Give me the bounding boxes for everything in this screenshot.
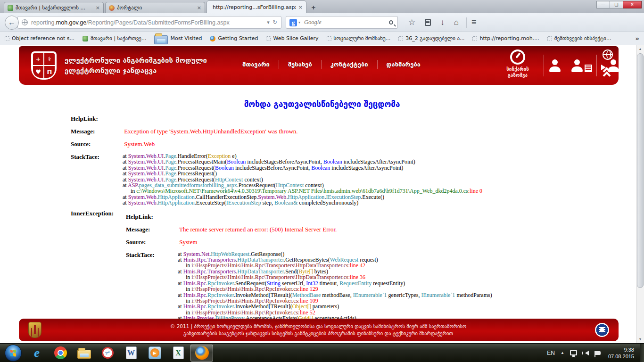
close-button[interactable]: × [623,1,642,8]
tab-title: პორტალი [117,5,195,11]
action-center-flag-icon[interactable] [595,351,601,355]
message-label: Message: [126,226,178,233]
source-row: Source: System [126,239,644,246]
screen: მთავარი | საქართველოს ... × პორტალი × ht… [0,0,644,362]
firefox-icon [195,346,209,360]
site-footer: © 2011 | პროექტი ხორციელდება შრომის, ჯან… [19,319,619,341]
cross-icon: + [33,53,43,65]
minimize-button[interactable]: — [596,1,610,8]
site-logo[interactable]: + ⚕ ♥ Π ელექტრონული ანგარიშგების მოდული … [31,51,207,80]
bookmark-item-most-visited[interactable]: Most Visited [154,33,202,44]
windows-orb-icon [5,345,22,362]
source-label: Source: [126,239,178,246]
exception-details: HelpLink: Message: Exception of type 'Sy… [71,115,644,337]
tab-close-icon[interactable]: × [298,4,303,10]
taskbar-explorer[interactable] [73,345,95,362]
nav-item-contacts[interactable]: კონტაქტები [321,60,377,69]
url-dropdown-icon[interactable]: ▾ [267,19,270,25]
bookmark-item-getting-started[interactable]: Getting Started [210,35,258,41]
helplink-label: HelpLink: [126,213,178,221]
downloads-icon[interactable]: ↓ [440,18,445,26]
message-label: Message: [71,128,123,135]
speed-label-line1: სიჩქარის [498,66,537,72]
speed-test-widget[interactable]: სიჩქარის გაზომვა [498,49,537,78]
tab-reporting-active[interactable]: http://reporting...sForBilling.aspx × [206,0,306,13]
message-value: Exception of type 'System.Web.HttpUnhand… [124,128,297,135]
taskbar-media-player[interactable]: ▶ [143,345,166,362]
moh-shield-logo-icon: + ⚕ ♥ Π [31,51,57,80]
scroll-up-arrow[interactable]: ▲ [636,45,644,53]
tab-mtavari[interactable]: მთავარი | საქართველოს ... × [4,2,104,13]
bookmark-placeholder-icon [327,36,331,41]
reload-icon[interactable]: ↻ [273,19,277,25]
url-bar[interactable]: reporting.moh.gov.ge/Reporting/Pages/Dat… [17,16,281,29]
taskbar-excel[interactable]: X [167,345,190,362]
bookmark-item[interactable]: მთავარი | საქართვე... [83,35,146,41]
user-profile-icon[interactable] [548,59,561,72]
search-icon[interactable] [389,20,393,25]
back-button[interactable]: ← [5,16,19,30]
menu-hamburger-icon[interactable]: ≡ [471,17,477,27]
speaker-icon[interactable] [583,351,589,355]
url-domain: moh.gov.ge [56,19,86,26]
taskbar-firefox-active[interactable] [190,345,213,362]
taskbar-snipping-tool[interactable]: ✂ [96,345,119,362]
user-list-icon[interactable] [570,59,592,72]
excel-icon: X [173,346,184,359]
media-player-icon: ▶ [149,346,161,359]
inner-exception-details: HelpLink: Message: The remote server ret… [126,210,644,337]
system-tray: EN ▲ 9:38 07.08.2015 [547,344,644,362]
toolbar-separator [466,17,467,28]
bookmarks-menu-icon[interactable] [425,19,431,26]
network-icon[interactable] [570,350,577,355]
toolbar-buttons: ☆ ↓ ⌂ ≡ [404,17,479,28]
home-icon[interactable]: ⌂ [454,18,459,26]
url-text[interactable]: reporting.moh.gov.ge/Reporting/Pages/Dat… [31,19,264,26]
bookmark-item[interactable]: 36_2 გადაუდებელი ა... [398,35,464,41]
main-nav: მთავარი შესახებ კონტაქტები დახმარება [233,60,429,69]
navigation-toolbar: ← reporting.moh.gov.ge/Reporting/Pages/D… [0,13,644,32]
scrollbar-thumb[interactable] [637,53,644,288]
bookmark-star-icon[interactable]: ☆ [408,18,415,26]
new-tab-button[interactable]: + [308,3,319,12]
show-desktop-button[interactable] [640,344,644,362]
bookmark-item[interactable]: შემთხვევის ინსპექტი... [547,35,611,41]
taskbar-word[interactable]: W [120,345,142,362]
message-row: Message: Exception of type 'System.Web.H… [71,128,644,135]
taskbar-clock[interactable]: 9:38 07.08.2015 [608,346,634,360]
bookmarks-overflow-chevron[interactable]: » [636,35,639,42]
language-globe-icon[interactable] [603,49,613,60]
page-scrollbar[interactable]: ▲ ▼ [636,45,644,343]
start-button[interactable] [2,345,25,362]
scroll-down-arrow[interactable]: ▼ [636,336,644,343]
site-identity-globe-icon[interactable] [22,19,28,25]
engine-dropdown-icon[interactable]: ▾ [298,20,300,25]
brand-title: ელექტრონული ანგარიშგების მოდული ელექტრონ… [65,55,207,76]
language-indicator[interactable]: EN [547,350,555,356]
google-engine-icon[interactable]: g [289,19,297,26]
bookmark-item[interactable]: http://reporting.moh.... [472,35,539,41]
internet-explorer-icon: e [34,346,40,360]
collapse-chevrons-icon[interactable] [603,68,612,79]
bookmark-item[interactable]: Object reference not s... [5,35,74,41]
tab-portali[interactable]: პორტალი × [105,2,205,13]
taskbar-internet-explorer[interactable]: e [25,345,48,362]
footer-line2: განვითარების სააგენტოს ჯანდაცვის სისტემი… [41,330,595,337]
tray-expand-arrow-icon[interactable]: ▲ [561,351,564,355]
inner-exception-section: InnerException: HelpLink: Message: The r… [71,210,644,337]
bookmark-item[interactable]: Web Slice Gallery [266,35,318,41]
helplink-row: HelpLink: [71,115,644,123]
taskbar-chrome[interactable] [49,345,72,362]
tab-close-icon[interactable]: × [197,5,201,11]
georgia-coat-of-arms-icon [28,322,41,338]
maximize-button[interactable]: ❏ [610,1,623,8]
nav-item-home[interactable]: მთავარი [233,60,279,69]
nav-item-about[interactable]: შესახებ [279,60,321,69]
search-input[interactable] [303,18,389,26]
tab-close-icon[interactable]: × [96,5,100,11]
speedometer-icon [510,49,525,65]
bookmark-item[interactable]: სოციალური მომსახუ... [327,35,391,41]
search-bar[interactable]: g ▾ [286,16,398,29]
clock-date: 07.08.2015 [608,353,634,360]
nav-item-help[interactable]: დახმარება [377,60,429,69]
